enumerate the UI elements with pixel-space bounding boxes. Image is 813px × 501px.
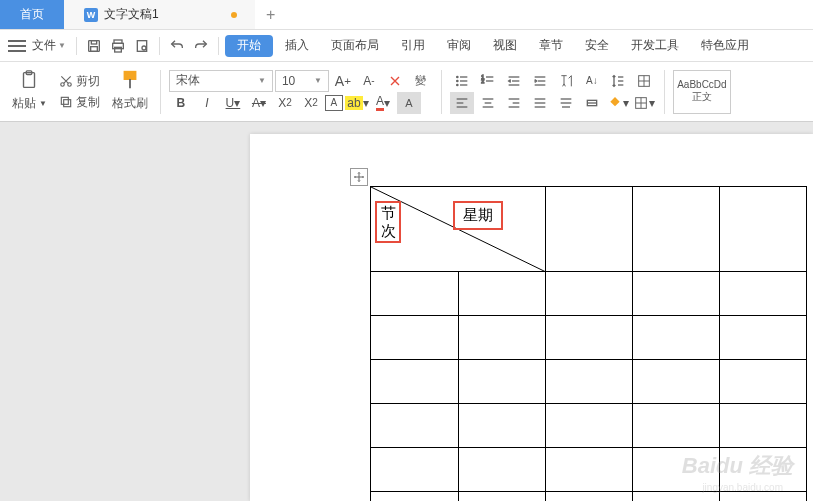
menu-tab-devtools[interactable]: 开发工具 [621,30,689,61]
menu-tab-section[interactable]: 章节 [529,30,573,61]
unsaved-indicator [231,12,237,18]
italic-button[interactable]: I [195,92,219,114]
underline-button[interactable]: U▾ [221,92,245,114]
font-size-combo[interactable]: 10▼ [275,70,329,92]
subscript-button[interactable]: X2 [299,92,323,114]
new-tab-button[interactable]: + [255,0,287,29]
style-name: 正文 [692,90,712,104]
svg-text:2: 2 [481,78,484,84]
align-center-button[interactable] [476,92,500,114]
table-cell[interactable] [546,316,633,360]
superscript-button[interactable]: X2 [273,92,297,114]
print-button[interactable] [107,35,129,57]
table-cell[interactable] [546,360,633,404]
table-cell[interactable] [371,492,459,502]
table-cell[interactable] [371,360,459,404]
table-cell[interactable] [458,492,546,502]
svg-rect-12 [64,100,71,107]
char-shading-button[interactable]: A [397,92,421,114]
table-cell[interactable] [458,272,546,316]
tab-document[interactable]: W 文字文稿1 [64,0,255,29]
table-cell[interactable] [458,316,546,360]
highlight-button[interactable]: ab▾ [345,92,369,114]
table-header-cell[interactable]: 节次 星期 [371,187,546,272]
sort-button[interactable]: A↓ [580,70,604,92]
show-marks-button[interactable] [632,70,656,92]
table-cell[interactable] [546,448,633,492]
print-preview-button[interactable] [131,35,153,57]
table-cell[interactable] [720,360,807,404]
font-name-combo[interactable]: 宋体▼ [169,70,273,92]
svg-rect-1 [91,40,96,43]
shading-button[interactable]: ▾ [606,92,630,114]
table-cell[interactable] [371,448,459,492]
doc-icon: W [84,8,98,22]
align-left-button[interactable] [450,92,474,114]
file-menu[interactable]: 文件▼ [28,37,70,54]
table-cell[interactable] [371,404,459,448]
tab-settings-button[interactable] [580,92,604,114]
font-color-button[interactable]: A▾ [371,92,395,114]
menu-tab-view[interactable]: 视图 [483,30,527,61]
table-move-handle[interactable] [350,168,368,186]
table-cell[interactable] [720,187,807,272]
align-justify-button[interactable] [528,92,552,114]
table-cell[interactable] [371,272,459,316]
paste-icon [18,69,40,91]
menu-tab-special[interactable]: 特色应用 [691,30,759,61]
redo-button[interactable] [190,35,212,57]
table-cell[interactable] [633,404,720,448]
table-cell[interactable] [371,316,459,360]
svg-rect-13 [61,97,68,104]
phonetic-button[interactable]: 變 [409,70,433,92]
text-direction-button[interactable] [554,70,578,92]
undo-button[interactable] [166,35,188,57]
table-cell[interactable] [458,360,546,404]
table-label-row: 节次 [375,201,401,243]
strikethrough-button[interactable]: A▾ [247,92,271,114]
table-cell[interactable] [546,272,633,316]
grow-font-button[interactable]: A+ [331,70,355,92]
table-cell[interactable] [720,316,807,360]
style-normal[interactable]: AaBbCcDd 正文 [673,70,731,114]
tab-home[interactable]: 首页 [0,0,64,29]
outdent-button[interactable] [502,70,526,92]
align-distribute-button[interactable] [554,92,578,114]
table-cell[interactable] [458,448,546,492]
table-cell[interactable] [633,187,720,272]
align-right-button[interactable] [502,92,526,114]
document-page[interactable]: 节次 星期 Baidu 经验 jingyan.baidu.com [250,134,813,501]
menu-tab-review[interactable]: 审阅 [437,30,481,61]
clear-format-button[interactable] [383,70,407,92]
menu-tab-layout[interactable]: 页面布局 [321,30,389,61]
table-cell[interactable] [458,404,546,448]
table-cell[interactable] [546,492,633,502]
numbering-button[interactable]: 12 [476,70,500,92]
bold-button[interactable]: B [169,92,193,114]
format-painter-button[interactable]: 格式刷 [108,93,152,114]
bullets-button[interactable] [450,70,474,92]
line-spacing-button[interactable] [606,70,630,92]
indent-button[interactable] [528,70,552,92]
char-border-button[interactable]: A [325,95,343,111]
svg-rect-14 [124,72,135,79]
table-cell[interactable] [720,272,807,316]
table-cell[interactable] [633,272,720,316]
table-cell[interactable] [546,187,633,272]
menu-tab-insert[interactable]: 插入 [275,30,319,61]
table-cell[interactable] [633,360,720,404]
table-cell[interactable] [546,404,633,448]
borders-button[interactable]: ▾ [632,92,656,114]
copy-button[interactable]: 复制 [55,92,104,113]
table-cell[interactable] [720,404,807,448]
shrink-font-button[interactable]: A- [357,70,381,92]
menu-tab-reference[interactable]: 引用 [391,30,435,61]
menu-tab-security[interactable]: 安全 [575,30,619,61]
hamburger-icon[interactable] [8,40,26,52]
menu-tab-start[interactable]: 开始 [225,35,273,57]
paste-button[interactable]: 粘贴▼ [8,93,51,114]
table-label-column: 星期 [453,201,503,230]
table-cell[interactable] [633,316,720,360]
save-button[interactable] [83,35,105,57]
cut-button[interactable]: 剪切 [55,71,104,92]
